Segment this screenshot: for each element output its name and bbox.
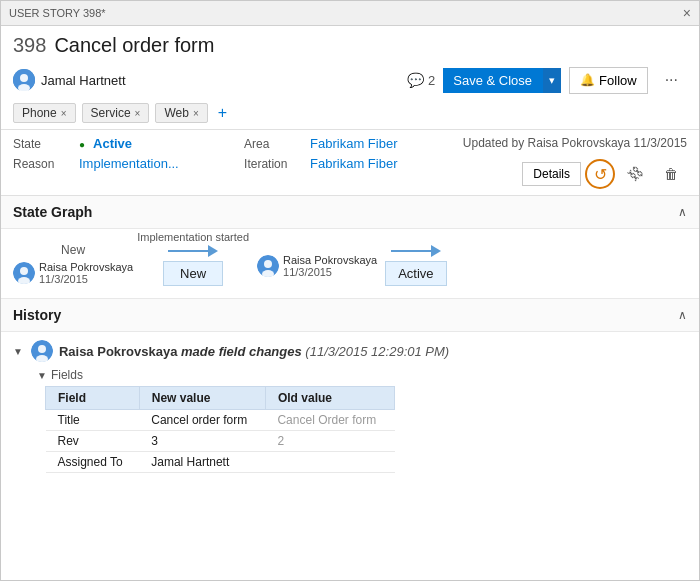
meta-section: State ● Active Reason Implementation... …	[1, 130, 699, 196]
assigned-user-name: Jamal Hartnett	[41, 73, 126, 88]
bell-icon: 🔔	[580, 73, 595, 87]
svg-point-7	[264, 260, 272, 268]
details-button[interactable]: Details	[522, 162, 581, 186]
field-old-2	[265, 452, 394, 473]
fields-expand-icon[interactable]: ▼	[37, 370, 47, 381]
history-button[interactable]: ↺	[585, 159, 615, 189]
history-collapse[interactable]: ∧	[678, 308, 687, 322]
arrow-line-2	[391, 250, 431, 252]
iteration-value[interactable]: Fabrikam Fiber	[310, 156, 397, 171]
state-node-2-date: 11/3/2015	[283, 266, 377, 278]
state-node-1-date: 11/3/2015	[39, 273, 133, 285]
history-section: History ∧ ▼ Raisa Pokrovskaya made field…	[1, 299, 699, 580]
history-user-row: ▼ Raisa Pokrovskaya made field changes (…	[13, 340, 687, 362]
history-username: Raisa Pokrovskaya	[59, 344, 178, 359]
area-row: Area Fabrikam Fiber	[244, 136, 397, 151]
tag-service-close[interactable]: ×	[135, 108, 141, 119]
state-box-1-label: New	[180, 266, 206, 281]
history-expand-icon[interactable]: ▼	[13, 346, 23, 357]
svg-point-10	[38, 345, 46, 353]
fields-label: Fields	[51, 368, 83, 382]
follow-button[interactable]: 🔔 Follow	[569, 67, 648, 94]
tag-phone-close[interactable]: ×	[61, 108, 67, 119]
header-section: 398 Cancel order form Jamal Hartnett 💬	[1, 26, 699, 130]
state-box-2: Active	[385, 261, 446, 286]
tag-phone: Phone ×	[13, 103, 76, 123]
arrow-1-label: Implementation started	[137, 231, 249, 243]
state-value[interactable]: Active	[93, 136, 132, 151]
field-new-0: Cancel order form	[139, 410, 265, 431]
arrow-1: Implementation started New	[137, 231, 249, 286]
meta-left: State ● Active Reason Implementation...	[13, 136, 179, 189]
history-entry-0: ▼ Raisa Pokrovskaya made field changes (…	[1, 332, 699, 481]
state-label: State	[13, 137, 73, 151]
link-button[interactable]: ⛓	[619, 160, 651, 188]
history-action: made field changes	[181, 344, 302, 359]
comment-badge: 💬 2	[407, 72, 435, 88]
follow-label: Follow	[599, 73, 637, 88]
reason-label: Reason	[13, 157, 73, 171]
arrow-2-body	[391, 245, 441, 257]
field-new-2: Jamal Hartnett	[139, 452, 265, 473]
state-node-2: Raisa Pokrovskaya 11/3/2015	[257, 250, 377, 278]
title-bar-text: USER STORY 398*	[9, 7, 106, 19]
state-graph-content: New Raisa Pokrovskaya 11/3/2015 Implemen…	[1, 229, 699, 299]
field-name-0: Title	[46, 410, 140, 431]
arrow-line-1	[168, 250, 208, 252]
state-node-1-label: New	[61, 243, 85, 257]
close-button[interactable]: ×	[683, 5, 691, 21]
state-node-2-user-row: Raisa Pokrovskaya 11/3/2015	[257, 254, 377, 278]
tag-web-close[interactable]: ×	[193, 108, 199, 119]
delete-button[interactable]: 🗑	[655, 160, 687, 188]
arrow-1-body	[168, 245, 218, 257]
history-header: History ∧	[1, 299, 699, 332]
work-item-title: Cancel order form	[54, 34, 214, 57]
field-old-1: 2	[265, 431, 394, 452]
work-item-title-row: 398 Cancel order form	[13, 34, 687, 57]
meta-right: Updated by Raisa Pokrovskaya 11/3/2015 D…	[463, 136, 687, 189]
title-bar: USER STORY 398* ×	[1, 1, 699, 26]
state-box-1: New	[163, 261, 223, 286]
user-info: Jamal Hartnett	[13, 69, 126, 91]
col-new-value: New value	[139, 387, 265, 410]
area-label: Area	[244, 137, 304, 151]
comment-count: 2	[428, 73, 435, 88]
state-node-2-avatar	[257, 255, 279, 277]
state-box-2-label: Active	[398, 266, 433, 281]
state-node-1-username: Raisa Pokrovskaya	[39, 261, 133, 273]
field-new-1: 3	[139, 431, 265, 452]
table-row: Assigned To Jamal Hartnett	[46, 452, 395, 473]
state-graph-header: State Graph ∧	[1, 196, 699, 229]
svg-point-1	[20, 74, 28, 82]
tags-row: Phone × Service × Web × +	[13, 103, 687, 123]
tag-service-label: Service	[91, 106, 131, 120]
work-item-window: USER STORY 398* × 398 Cancel order form …	[0, 0, 700, 581]
save-close-group: Save & Close ▾	[443, 68, 561, 93]
state-node-1-user-row: Raisa Pokrovskaya 11/3/2015	[13, 261, 133, 285]
updated-text: Updated by Raisa Pokrovskaya 11/3/2015	[463, 136, 687, 150]
tag-phone-label: Phone	[22, 106, 57, 120]
area-value[interactable]: Fabrikam Fiber	[310, 136, 397, 151]
fields-section: ▼ Fields Field New value Old value Title	[37, 368, 687, 473]
save-close-button[interactable]: Save & Close	[443, 68, 542, 93]
col-field: Field	[46, 387, 140, 410]
field-name-1: Rev	[46, 431, 140, 452]
state-flow: New Raisa Pokrovskaya 11/3/2015 Implemen…	[13, 241, 687, 286]
state-graph-section: State Graph ∧ New Raisa Pokrovskaya 11/3…	[1, 196, 699, 299]
tag-service: Service ×	[82, 103, 150, 123]
comment-icon: 💬	[407, 72, 424, 88]
iteration-label: Iteration	[244, 157, 304, 171]
link-icon: ⛓	[624, 163, 645, 184]
fields-label-row: ▼ Fields	[37, 368, 687, 382]
state-node-1-avatar	[13, 262, 35, 284]
add-tag-button[interactable]: +	[214, 104, 231, 122]
state-node-2-username: Raisa Pokrovskaya	[283, 254, 377, 266]
work-item-id: 398	[13, 34, 46, 57]
state-graph-collapse[interactable]: ∧	[678, 205, 687, 219]
reason-value[interactable]: Implementation...	[79, 156, 179, 171]
action-buttons: Details ↺ ⛓ 🗑	[522, 159, 687, 189]
svg-point-4	[20, 267, 28, 275]
reason-row: Reason Implementation...	[13, 156, 179, 171]
save-close-dropdown[interactable]: ▾	[542, 68, 561, 93]
more-button[interactable]: ···	[656, 65, 687, 95]
